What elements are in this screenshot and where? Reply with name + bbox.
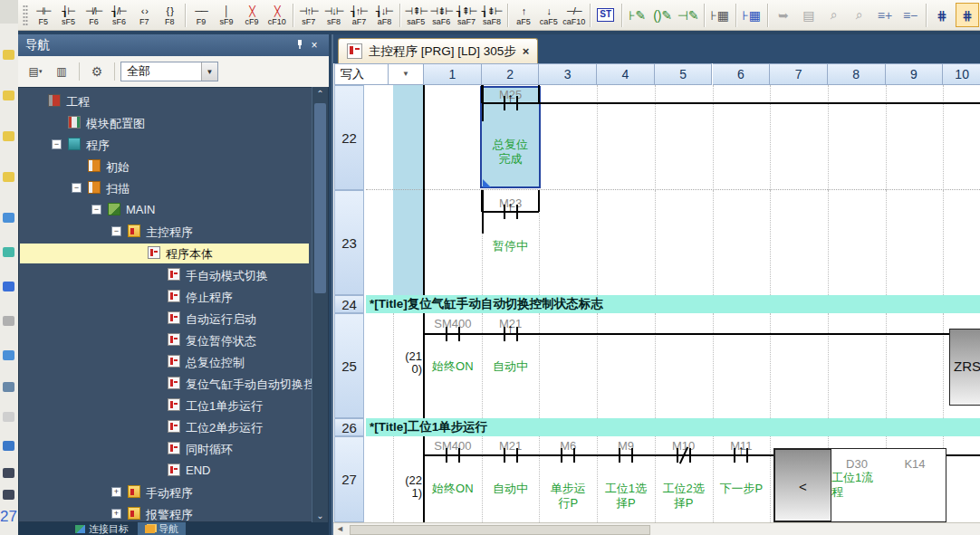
delete-row-icon[interactable]: ≡− [898,3,922,27]
rising-pulse-button[interactable]: ⊣↑⊢sF7 [296,2,322,29]
rising-pulse-close-branch-button[interactable]: ┧⇞⊢saF7 [454,2,479,29]
ladder-contact-open[interactable] [446,327,447,341]
toolbar-drag-handle[interactable] [23,5,28,26]
expander-collapse-icon[interactable]: − [52,139,62,149]
insert-row-icon[interactable]: ≡+ [873,3,897,27]
tree-item[interactable]: 复位暂停状态 [20,330,309,350]
ladder-contact-open[interactable] [631,448,633,463]
rising-pulse-branch-button[interactable]: ┧↑⊢aF7 [347,2,372,29]
tree-item[interactable]: 停止程序 [20,287,309,307]
ladder-block-display-icon[interactable]: ⋕ [956,3,979,27]
edit-instruction-icon[interactable]: ⊣✎ [677,3,700,27]
tree-item[interactable]: +报警程序 [20,504,309,522]
tree-item[interactable]: 同时循环 [20,439,309,459]
scroll-up-icon[interactable]: ⌃ [312,89,328,99]
closed-contact-branch-button[interactable]: ┧/⊢sF6 [106,2,131,29]
ladder-contact-closed[interactable] [689,448,691,463]
falling-pulse-branch-button[interactable]: ┧↓⊢aF8 [371,2,397,29]
open-contact-branch-button[interactable]: ┧⊢sF5 [56,2,82,29]
expander-expand-icon[interactable]: + [111,509,121,519]
tab-close-icon[interactable]: × [523,44,530,58]
vertical-line-button[interactable]: │sF9 [214,2,239,29]
horizontal-scrollbar[interactable]: ◄ [333,522,980,535]
statement-edit-icon[interactable]: ⊦▦ [740,3,764,27]
falling-pulse-close-branch-button[interactable]: ┧⇟⊢saF8 [479,2,504,29]
edit-contact-icon[interactable]: ⊦✎ [626,3,649,27]
ladder-contact-closed[interactable] [677,448,678,463]
tree-item[interactable]: 手自动模式切换 [20,265,309,285]
close-icon[interactable]: × [307,39,322,52]
expander-collapse-icon[interactable]: − [111,226,121,236]
ladder-contact-open[interactable] [504,448,505,463]
find-icon[interactable]: ⌕ [822,3,846,27]
ladder-contact-open[interactable] [458,448,460,463]
ladder-contact-open[interactable] [446,448,447,463]
tree-item[interactable]: 自动运行启动 [20,309,309,329]
tree-item[interactable]: −主控程序 [20,222,309,242]
tree-item[interactable]: 复位气缸手动自动切换挡 [20,374,309,394]
ladder-contact-open[interactable] [561,448,562,463]
tree-item[interactable]: 程序本体 [20,244,309,263]
tree-item[interactable]: 初始 [20,157,309,177]
inline-st-icon[interactable]: ST [594,3,618,27]
delete-horizontal-line-button[interactable]: ╳cF9 [239,2,264,29]
zrst-block[interactable]: ZRS [949,329,980,406]
expander-collapse-icon[interactable]: − [72,183,82,193]
pin-icon[interactable] [293,39,307,53]
tree-item[interactable]: 模块配置图 [20,113,309,133]
ladder-contact-open[interactable] [458,327,460,341]
device-comment-edit-icon[interactable]: ⊦▦ [708,3,732,27]
pulse-result-fall-button[interactable]: ↓caF5 [536,2,562,29]
tree-scrollbar[interactable]: ⌃ ⌄ [312,87,328,522]
closed-contact-button[interactable]: ⊣/⊢F6 [82,2,107,29]
compare-operator-cell[interactable]: < [774,449,831,521]
change-module-icon[interactable]: ➥ [772,3,795,27]
scroll-left-icon[interactable]: ◄ [336,524,344,533]
application-instruction-button[interactable]: { }F8 [157,2,182,29]
ladder-contact-open[interactable] [619,448,620,463]
step-number: (22 [389,473,422,487]
tree-item[interactable]: END [20,461,309,481]
open-contact-button[interactable]: ⊣⊢F5 [31,2,56,29]
ladder-contact-open[interactable] [516,448,518,463]
falling-pulse-button[interactable]: ⊣↓⊢sF8 [322,2,347,29]
falling-pulse-close-button[interactable]: ⊣⇟⊢saF6 [428,2,454,29]
gear-icon[interactable]: ⚙ [85,62,109,81]
tree-item[interactable]: −扫描 [20,178,309,198]
delete-vertical-line-button[interactable]: ╳cF10 [264,2,290,29]
tree-item[interactable]: 工位2单步运行 [20,417,309,437]
invert-result-button[interactable]: ─/─caF10 [562,2,587,29]
ladder-block-icon[interactable]: ⋕ [930,3,954,27]
find-next-icon[interactable]: ⌕ [848,3,871,27]
header-dropdown-cell[interactable]: ▼ [389,63,424,85]
tree-item[interactable]: −程序 [20,135,309,155]
tree-item[interactable]: −MAIN [20,200,309,220]
scrollbar-thumb[interactable] [314,103,326,293]
rung-title[interactable]: *[Title]工位1单步运行 [366,418,980,436]
hscroll-thumb[interactable] [350,525,650,535]
rising-pulse-close-button[interactable]: ⊣⇞⊢saF5 [403,2,428,29]
scroll-down-icon[interactable]: ⌄ [312,511,328,521]
tree-item[interactable]: +手动程序 [20,482,309,502]
tree-item[interactable]: 工程 [20,91,309,111]
tree-filter-select[interactable]: 全部 ▼ [120,62,218,81]
ladder-list-icon[interactable]: ▤ [797,3,821,27]
rung-title[interactable]: *[Title]复位气缸手动自动切换控制状态标志 [366,295,980,313]
tree-collapse-button[interactable]: ▥ [50,62,73,81]
mode-cell[interactable]: 写入 [334,63,389,85]
ladder-canvas[interactable]: M25↑总复位完成22M23↑暂停中2324*[Title]复位气缸手动自动切换… [333,85,980,522]
expander-expand-icon[interactable]: + [111,487,121,497]
panel-tab-navigation[interactable]: 导航 [138,522,186,535]
edit-coil-icon[interactable]: ()✎ [651,3,675,27]
expander-collapse-icon[interactable]: − [91,205,101,215]
document-tab[interactable]: 主控程序 [PRG] [LD] 305步 × [338,38,538,63]
tree-item-label: 手动程序 [146,485,193,502]
coil-button[interactable]: ‹ ›F7 [131,2,157,29]
pulse-result-rise-button[interactable]: ↑aF5 [511,2,536,29]
tree-display-button[interactable]: ▤▾ [24,62,47,81]
ladder-contact-open[interactable] [573,448,575,463]
panel-tab-connection[interactable]: 连接目标 [68,522,136,535]
horizontal-line-button[interactable]: ──F9 [188,2,214,29]
tree-item[interactable]: 工位1单步运行 [20,396,309,416]
tree-item[interactable]: 总复位控制 [20,352,309,372]
